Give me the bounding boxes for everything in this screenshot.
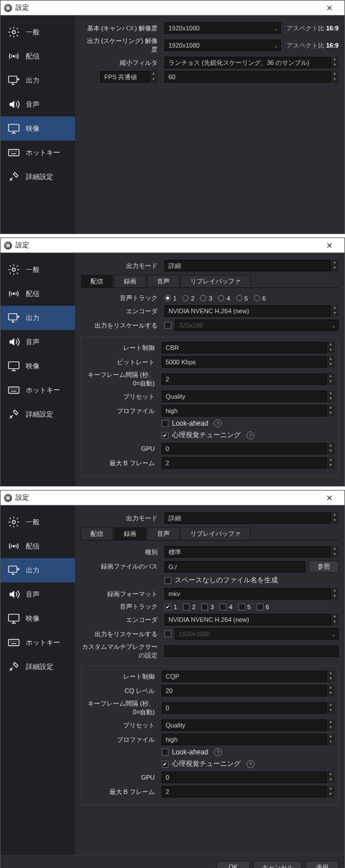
path-input[interactable]: G:/ xyxy=(164,561,305,573)
type-select[interactable]: 標準 xyxy=(164,546,331,558)
sidebar-item-audio[interactable]: 音声 xyxy=(1,330,75,354)
tab-record[interactable]: 録画 xyxy=(114,275,146,287)
out-res-select[interactable]: 1920x1080⌄ xyxy=(164,40,281,51)
tab-stream[interactable]: 配信 xyxy=(81,527,113,540)
cq-input[interactable]: 20 xyxy=(162,685,327,696)
tab-replay[interactable]: リプレイバッファ xyxy=(181,275,250,287)
monitor-arrow-icon xyxy=(7,564,20,577)
spinner-icon[interactable]: ▲▼ xyxy=(331,57,339,68)
sidebar-item-stream[interactable]: 配信 xyxy=(1,282,75,306)
encoder-select[interactable]: NVIDIA NVENC H.264 (new) xyxy=(164,305,331,317)
track-radio-4[interactable]: 4 xyxy=(218,295,230,302)
profile-label: プロファイル xyxy=(85,735,158,744)
sidebar-item-audio[interactable]: 音声 xyxy=(1,92,75,116)
spinner-icon[interactable]: ▲▼ xyxy=(331,305,339,317)
lookahead-checkbox[interactable] xyxy=(162,749,168,756)
help-icon[interactable]: ? xyxy=(246,760,254,768)
svg-rect-8 xyxy=(9,362,19,369)
apply-button[interactable]: 適用 xyxy=(305,861,339,868)
encoder-select[interactable]: NVIDIA NVENC H.264 (new) xyxy=(164,614,331,625)
sidebar-item-general[interactable]: 一般 xyxy=(1,258,75,282)
filter-select[interactable]: ランチョス (先鋭化スケーリング、36 のサンプル) xyxy=(164,57,331,68)
bframe-label: 最大 B フレーム xyxy=(85,788,158,796)
help-icon[interactable]: ? xyxy=(246,431,254,439)
psycho-checkbox[interactable] xyxy=(162,432,168,439)
sidebar-item-general[interactable]: 一般 xyxy=(1,510,75,534)
track-radio-3[interactable]: 3 xyxy=(200,295,212,302)
bframe-input[interactable]: 2 xyxy=(162,786,327,797)
ok-button[interactable]: OK xyxy=(217,861,250,868)
sidebar-item-stream[interactable]: 配信 xyxy=(1,44,75,68)
tab-record[interactable]: 録画 xyxy=(114,527,146,540)
gpu-input[interactable]: 0 xyxy=(162,443,327,454)
keyframe-input[interactable]: 2 xyxy=(162,373,327,385)
close-icon[interactable]: ✕ xyxy=(318,3,341,13)
track-check-5[interactable]: 5 xyxy=(238,604,251,610)
fps-type-select[interactable]: FPS 共通値 xyxy=(100,71,150,83)
spinner-icon[interactable]: ▲▼ xyxy=(331,260,339,271)
track-check-6[interactable]: 6 xyxy=(257,604,269,610)
help-icon[interactable]: ? xyxy=(214,748,222,756)
sidebar-item-hotkey[interactable]: ホットキー xyxy=(1,378,75,402)
sidebar-item-audio[interactable]: 音声 xyxy=(1,582,75,606)
sidebar-item-advanced[interactable]: 詳細設定 xyxy=(1,402,75,426)
preset-select[interactable]: Quality xyxy=(162,391,327,402)
help-icon[interactable]: ? xyxy=(214,419,222,427)
sidebar-item-hotkey[interactable]: ホットキー xyxy=(1,141,75,165)
base-res-select[interactable]: 1920x1080⌄ xyxy=(164,22,281,34)
base-res-label: 基本 (キャンバス) 解像度 xyxy=(81,24,161,33)
rate-control-select[interactable]: CBR xyxy=(162,342,327,353)
sidebar-item-advanced[interactable]: 詳細設定 xyxy=(1,165,75,189)
sidebar-item-video[interactable]: 映像 xyxy=(1,354,75,378)
sidebar-item-hotkey[interactable]: ホットキー xyxy=(1,630,75,655)
profile-select[interactable]: high xyxy=(162,734,327,745)
tab-audio[interactable]: 音声 xyxy=(147,275,179,287)
track-check-3[interactable]: 3 xyxy=(201,604,214,610)
track-radio-1[interactable]: 1 xyxy=(164,295,177,302)
lookahead-checkbox[interactable] xyxy=(162,420,168,427)
nospace-checkbox[interactable] xyxy=(164,577,171,584)
rescale-checkbox[interactable] xyxy=(164,630,171,637)
spinner-icon[interactable]: ▲▼ xyxy=(150,71,158,83)
tab-audio[interactable]: 音声 xyxy=(147,527,179,540)
track-radio-5[interactable]: 5 xyxy=(236,295,248,302)
cancel-button[interactable]: キャンセル xyxy=(253,861,302,868)
spinner-icon[interactable]: ▲▼ xyxy=(331,71,339,83)
rate-control-select[interactable]: CQP xyxy=(162,671,327,682)
track-check-4[interactable]: 4 xyxy=(219,604,232,610)
track-radio-6[interactable]: 6 xyxy=(254,295,266,302)
keyframe-input[interactable]: 0 xyxy=(162,702,327,714)
sidebar-item-video[interactable]: 映像 xyxy=(1,116,75,141)
browse-button[interactable]: 参照 xyxy=(309,560,339,573)
sidebar-item-output[interactable]: 出力 xyxy=(1,306,75,330)
rescale-res-select: 1920x1080⌄ xyxy=(175,628,339,640)
tab-replay[interactable]: リプレイバッファ xyxy=(181,527,250,540)
tab-stream[interactable]: 配信 xyxy=(81,275,113,287)
rescale-checkbox[interactable] xyxy=(164,322,171,329)
psycho-checkbox[interactable] xyxy=(162,761,168,768)
format-select[interactable]: mkv xyxy=(164,588,331,600)
track-check-1[interactable]: 1 xyxy=(164,604,177,610)
keyboard-icon xyxy=(7,384,20,396)
svg-point-1 xyxy=(13,56,15,57)
bframe-input[interactable]: 2 xyxy=(162,457,327,469)
track-check-2[interactable]: 2 xyxy=(183,604,195,610)
track-radio-2[interactable]: 2 xyxy=(182,295,194,302)
bitrate-input[interactable]: 5000 Kbps xyxy=(162,356,327,368)
close-icon[interactable]: ✕ xyxy=(318,241,341,250)
gpu-input[interactable]: 0 xyxy=(162,772,327,783)
fps-value-select[interactable]: 60 xyxy=(164,71,331,83)
profile-select[interactable]: high xyxy=(162,405,327,417)
output-mode-select[interactable]: 詳細 xyxy=(164,260,331,271)
sidebar-item-general[interactable]: 一般 xyxy=(1,20,75,44)
sidebar-item-output[interactable]: 出力 xyxy=(1,558,75,582)
sidebar-item-output[interactable]: 出力 xyxy=(1,68,75,92)
preset-select[interactable]: Quality xyxy=(162,719,327,731)
sidebar-item-video[interactable]: 映像 xyxy=(1,606,75,630)
output-mode-select[interactable]: 詳細 xyxy=(164,512,331,524)
muxer-input[interactable] xyxy=(164,645,339,657)
close-icon[interactable]: ✕ xyxy=(318,493,341,503)
sidebar-item-stream[interactable]: 配信 xyxy=(1,534,75,558)
rescale-label: 出力をリスケールする xyxy=(81,630,161,639)
sidebar-item-advanced[interactable]: 詳細設定 xyxy=(1,655,75,679)
